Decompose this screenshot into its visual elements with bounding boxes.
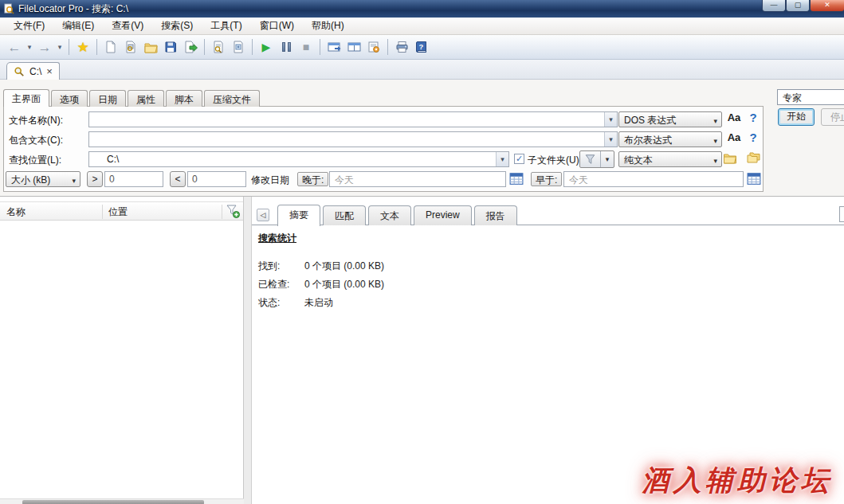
case-sensitive-button[interactable]: Aa bbox=[724, 111, 744, 127]
back-menu-button[interactable]: ▾ bbox=[25, 37, 34, 57]
folders-icon bbox=[747, 151, 761, 164]
pause-search-button[interactable] bbox=[277, 37, 296, 57]
tab-summary[interactable]: 摘要 bbox=[277, 205, 320, 226]
menu-tools[interactable]: 工具(T) bbox=[202, 17, 250, 35]
tab-scripting[interactable]: 脚本 bbox=[166, 90, 202, 107]
status-value: 未启动 bbox=[304, 296, 333, 310]
tab-main[interactable]: 主界面 bbox=[3, 89, 49, 107]
containing-text-mode-value: 布尔表达式 bbox=[624, 135, 672, 146]
file-name-input[interactable]: ▾ bbox=[88, 111, 618, 127]
tab-text[interactable]: 文本 bbox=[368, 205, 411, 225]
tab-scroll-button[interactable] bbox=[839, 206, 844, 222]
stop-search-button[interactable]: ■ bbox=[296, 37, 316, 57]
column-divider[interactable] bbox=[102, 205, 103, 219]
date-after-input[interactable]: 今天 bbox=[329, 171, 506, 187]
date-before-button[interactable]: 早于: bbox=[531, 172, 562, 186]
menu-edit[interactable]: 编辑(E) bbox=[53, 17, 103, 35]
recent-folders-button[interactable] bbox=[747, 151, 761, 166]
calendar-button[interactable] bbox=[509, 171, 524, 187]
chevron-down-icon[interactable]: ▾ bbox=[604, 132, 617, 147]
details-panel: ◁ 摘要 匹配 文本 Preview 报告 搜索统计 找到: 0 个项目 (0.… bbox=[252, 197, 844, 504]
horizontal-scrollbar[interactable] bbox=[0, 498, 244, 504]
chevron-down-icon[interactable]: ▾ bbox=[496, 152, 508, 166]
minimize-button[interactable]: — bbox=[762, 0, 786, 12]
star-icon: ★ bbox=[77, 39, 88, 56]
add-filter-button[interactable] bbox=[226, 205, 240, 221]
close-tab-icon[interactable]: × bbox=[46, 66, 53, 76]
case-sensitive-button[interactable]: Aa bbox=[724, 131, 744, 147]
tab-preview[interactable]: Preview bbox=[414, 205, 472, 225]
file-name-mode-value: DOS 表达式 bbox=[624, 115, 676, 126]
criteria-form: 文件名称(N): ▾ DOS 表达式 ▾ Aa ? 包含文本(C): ▾ 布尔表… bbox=[3, 106, 764, 192]
folder-filter-button[interactable]: ▾ bbox=[579, 150, 614, 168]
favorites-button[interactable]: ★ bbox=[73, 37, 92, 57]
help-icon[interactable]: ? bbox=[747, 131, 760, 147]
collapse-panel-button[interactable]: ◁ bbox=[257, 209, 269, 221]
chevron-down-icon[interactable]: ▾ bbox=[601, 151, 614, 167]
stop-button[interactable]: 停止 bbox=[821, 108, 844, 126]
help-button[interactable]: ? bbox=[412, 37, 431, 57]
column-location[interactable]: 位置 bbox=[108, 205, 128, 219]
new-tab-button[interactable] bbox=[324, 37, 343, 57]
panel-splitter[interactable] bbox=[244, 197, 252, 504]
size-less-button[interactable]: < bbox=[170, 171, 186, 187]
forward-menu-button[interactable]: ▾ bbox=[55, 37, 65, 57]
export-icon bbox=[184, 41, 198, 53]
preview-button[interactable] bbox=[229, 37, 248, 57]
chevron-down-icon[interactable]: ▾ bbox=[604, 112, 617, 127]
maximize-button[interactable]: ▢ bbox=[786, 0, 810, 12]
play-icon: ▶ bbox=[262, 41, 271, 53]
open-button[interactable] bbox=[141, 37, 160, 57]
svg-text:?: ? bbox=[419, 42, 424, 51]
new-search-button[interactable] bbox=[101, 37, 120, 57]
start-button[interactable]: 开始 bbox=[778, 108, 815, 126]
column-name[interactable]: 名称 bbox=[6, 205, 26, 219]
watermark-text: 酒入辅助论坛 bbox=[642, 462, 833, 499]
export-button[interactable] bbox=[181, 37, 200, 57]
size-max-input[interactable]: 0 bbox=[187, 171, 246, 187]
menu-search[interactable]: 搜索(S) bbox=[152, 17, 202, 35]
tab-attributes[interactable]: 属性 bbox=[128, 90, 164, 107]
open-criteria-button[interactable] bbox=[121, 37, 140, 57]
menu-file[interactable]: 文件(F) bbox=[5, 17, 53, 35]
window-title: FileLocator Pro - 搜索: C:\ bbox=[18, 2, 128, 16]
size-greater-button[interactable]: > bbox=[87, 171, 103, 187]
forward-button[interactable]: → bbox=[35, 37, 54, 57]
tab-dates[interactable]: 日期 bbox=[89, 90, 126, 107]
search-tab[interactable]: C:\ × bbox=[6, 62, 60, 80]
look-in-mode-combobox[interactable]: 纯文本 ▾ bbox=[618, 151, 722, 167]
containing-text-mode-combobox[interactable]: 布尔表达式 ▾ bbox=[618, 131, 722, 147]
menu-window[interactable]: 窗口(W) bbox=[251, 17, 303, 35]
tab-archives[interactable]: 压缩文件 bbox=[204, 90, 260, 107]
containing-text-input[interactable]: ▾ bbox=[88, 131, 618, 147]
print-button[interactable] bbox=[392, 37, 411, 57]
look-in-input[interactable]: C:\ ▾ bbox=[88, 151, 509, 167]
expert-mode-combobox[interactable]: 专家 bbox=[777, 89, 844, 105]
close-button[interactable]: ✕ bbox=[810, 0, 844, 12]
tab-report[interactable]: 报告 bbox=[474, 205, 517, 225]
help-icon[interactable]: ? bbox=[747, 111, 760, 127]
size-combobox[interactable]: 大小 (kB) ▾ bbox=[6, 171, 80, 187]
view-file-button[interactable] bbox=[209, 37, 228, 57]
size-min-input[interactable]: 0 bbox=[104, 171, 163, 187]
calendar-button[interactable] bbox=[747, 171, 761, 187]
file-name-mode-combobox[interactable]: DOS 表达式 ▾ bbox=[618, 111, 722, 127]
save-button[interactable] bbox=[161, 37, 180, 57]
split-view-button[interactable] bbox=[344, 37, 363, 57]
browse-folder-button[interactable] bbox=[723, 151, 737, 166]
date-before-input[interactable]: 今天 bbox=[563, 171, 744, 187]
back-button[interactable]: ← bbox=[5, 37, 24, 57]
date-after-button[interactable]: 晚于: bbox=[297, 172, 328, 186]
tab-options[interactable]: 选项 bbox=[51, 90, 88, 107]
column-divider[interactable] bbox=[222, 205, 222, 219]
menu-view[interactable]: 查看(V) bbox=[103, 17, 152, 35]
criteria-tabs: 主界面 选项 日期 属性 脚本 压缩文件 bbox=[3, 89, 261, 107]
subfolders-checkbox[interactable]: ✓ bbox=[514, 154, 524, 164]
scrollbar-thumb[interactable] bbox=[22, 500, 204, 504]
tab-matches[interactable]: 匹配 bbox=[323, 205, 366, 225]
menu-help[interactable]: 帮助(H) bbox=[303, 17, 353, 35]
toolbar-separator bbox=[96, 39, 97, 55]
help-book-icon: ? bbox=[415, 41, 428, 53]
options-button[interactable] bbox=[364, 37, 383, 57]
start-search-button[interactable]: ▶ bbox=[257, 37, 276, 57]
